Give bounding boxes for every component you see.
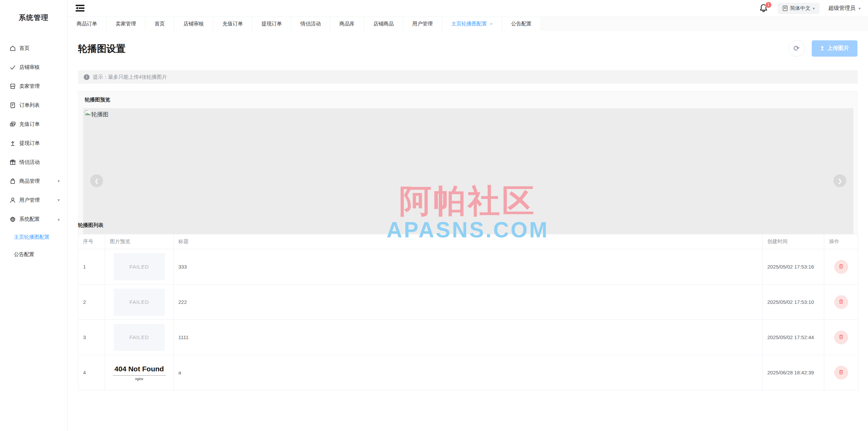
delete-button[interactable]	[834, 331, 848, 344]
tab-5[interactable]: 充值订单	[213, 17, 252, 31]
sidebar-item-label: 商品管理	[19, 178, 40, 184]
topbar: 1 简体中文 ▾ 超级管理员 ▾	[67, 0, 868, 17]
cell-title: 222	[174, 285, 763, 320]
user-name: 超级管理员	[828, 5, 855, 12]
column-header-4: 创建时间	[763, 234, 824, 249]
sidebar-item-label: 充值订单	[19, 121, 40, 128]
tab-label: 店铺审核	[183, 21, 204, 26]
document-icon	[9, 102, 16, 109]
tab-label: 店铺商品	[373, 21, 394, 26]
cell-created-time: 2025/05/02 17:53:16	[763, 249, 824, 285]
sidebar-subitem-2[interactable]: 公告配置	[0, 246, 67, 263]
tab-8[interactable]: 商品库	[330, 17, 364, 31]
notification-bell-icon[interactable]: 1	[759, 3, 769, 14]
alert-text: 提示：最多只能上传4张轮播图片	[93, 74, 167, 80]
app-title: 系统管理	[0, 13, 67, 22]
page-title: 轮播图设置	[78, 42, 125, 55]
sidebar-item-1[interactable]: 首页	[0, 39, 67, 58]
cell-created-time: 2025/05/02 17:52:44	[763, 320, 824, 355]
check-icon	[9, 64, 16, 71]
sidebar-item-label: 用户管理	[19, 197, 40, 203]
tab-label: 主页轮播图配置	[451, 21, 487, 26]
chevron-down-icon: ▾	[58, 198, 60, 202]
shop-icon	[9, 83, 16, 90]
carousel-preview-title: 轮播图预览	[85, 97, 110, 103]
delete-button[interactable]	[834, 366, 848, 379]
column-header-3: 标题	[174, 234, 763, 249]
table-row: 1FAILED3332025/05/02 17:53:16	[78, 249, 858, 285]
tab-7[interactable]: 情侣活动	[291, 17, 330, 31]
sidebar-item-8[interactable]: 商品管理▾	[0, 172, 67, 191]
failed-image-placeholder: FAILED	[114, 253, 165, 280]
tab-6[interactable]: 提现订单	[252, 17, 291, 31]
withdraw-icon	[9, 140, 16, 146]
failed-image-placeholder: FAILED	[114, 289, 165, 316]
refresh-button[interactable]: ⟳	[788, 40, 805, 57]
table-row: 2FAILED2222025/05/02 17:53:10	[78, 285, 858, 320]
sidebar-menu: 首页店铺审核卖家管理订单列表充值订单提现订单情侣活动商品管理▾用户管理▾系统配置…	[0, 39, 67, 263]
topbar-actions: 1 简体中文 ▾ 超级管理员 ▾	[759, 0, 861, 17]
sidebar-item-3[interactable]: 卖家管理	[0, 77, 67, 96]
column-header-5: 操作	[824, 234, 858, 249]
tab-label: 提现订单	[261, 21, 282, 26]
cell-index: 2	[78, 285, 105, 320]
home-icon	[9, 45, 16, 52]
collapse-sidebar-icon[interactable]	[76, 4, 84, 12]
sidebar-item-5[interactable]: 充值订单	[0, 115, 67, 134]
sidebar-item-2[interactable]: 店铺审核	[0, 58, 67, 77]
column-header-2: 图片预览	[105, 234, 174, 249]
sidebar-item-10[interactable]: 系统配置▴	[0, 210, 67, 229]
carousel-prev-button[interactable]: ❮	[90, 174, 103, 187]
tab-1[interactable]: 商品订单	[67, 17, 106, 31]
language-selector[interactable]: 简体中文 ▾	[778, 3, 820, 14]
tab-label: 卖家管理	[116, 21, 136, 26]
tab-9[interactable]: 店铺商品	[364, 17, 403, 31]
sidebar-item-label: 情侣活动	[19, 159, 40, 165]
sidebar-subitem-1[interactable]: 主页轮播图配置	[0, 229, 67, 246]
tab-4[interactable]: 店铺审核	[174, 17, 213, 31]
wallet-icon	[9, 121, 16, 128]
upload-icon: ↥	[820, 45, 825, 52]
cell-title: 333	[174, 249, 763, 285]
failed-image-placeholder: FAILED	[114, 324, 165, 351]
cell-actions	[824, 285, 858, 320]
cell-title: 1111	[174, 320, 763, 355]
carousel-preview-card: 轮播图预览 轮播图 ❮ ❯	[78, 91, 858, 244]
tab-12[interactable]: 公告配置	[502, 17, 541, 31]
open-tabs-bar: 商品订单卖家管理首页店铺审核充值订单提现订单情侣活动商品库店铺商品用户管理主页轮…	[67, 17, 868, 30]
chevron-down-icon: ▾	[58, 179, 60, 183]
table-header-row: 序号图片预览标题创建时间操作	[78, 234, 858, 249]
tab-10[interactable]: 用户管理	[403, 17, 442, 31]
tab-11[interactable]: 主页轮播图配置×	[442, 17, 502, 31]
cell-actions	[824, 249, 858, 285]
tab-label: 公告配置	[511, 21, 532, 26]
carousel-next-button[interactable]: ❯	[833, 174, 846, 187]
sidebar-item-label: 卖家管理	[19, 83, 40, 90]
tab-close-icon[interactable]: ×	[490, 21, 493, 26]
cell-actions	[824, 320, 858, 355]
cell-created-time: 2025/05/02 17:53:10	[763, 285, 824, 320]
tab-label: 用户管理	[412, 21, 433, 26]
broken-image-alt-text: 轮播图	[91, 111, 108, 118]
tab-2[interactable]: 卖家管理	[106, 17, 145, 31]
sidebar-item-4[interactable]: 订单列表	[0, 96, 67, 115]
cell-title: a	[174, 355, 763, 390]
sidebar-item-9[interactable]: 用户管理▾	[0, 191, 67, 210]
cell-image-preview: 404 Not Foundnginx	[105, 355, 174, 390]
upload-image-button[interactable]: ↥ 上传图片	[812, 40, 857, 57]
cell-index: 3	[78, 320, 105, 355]
gear-icon	[9, 216, 16, 222]
cell-index: 4	[78, 355, 105, 390]
chevron-down-icon: ▾	[859, 6, 861, 11]
table-row: 3FAILED11112025/05/02 17:52:44	[78, 320, 858, 355]
column-header-1: 序号	[78, 234, 105, 249]
cell-image-preview: FAILED	[105, 320, 174, 355]
tab-label: 首页	[155, 21, 165, 26]
sidebar-item-7[interactable]: 情侣活动	[0, 153, 67, 172]
tab-3[interactable]: 首页	[145, 17, 174, 31]
delete-button[interactable]	[834, 260, 848, 274]
delete-button[interactable]	[834, 295, 848, 309]
user-menu[interactable]: 超级管理员 ▾	[828, 5, 861, 12]
sidebar-item-6[interactable]: 提现订单	[0, 134, 67, 153]
language-label: 简体中文	[790, 5, 810, 12]
